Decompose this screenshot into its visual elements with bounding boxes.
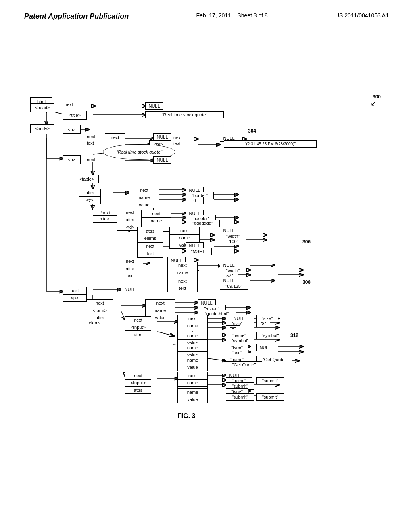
node-td2-group: next attrs text <box>117 258 143 279</box>
node-symbol-val: "symbol" <box>226 337 254 344</box>
node-tr-attrs-vals: next name value <box>129 187 159 208</box>
label-br-next: next <box>173 135 182 140</box>
diagram-area: 300 ↙ 304 302 306 308 312 html <head> <b… <box>0 25 413 509</box>
node-time-val: "(2:31:45.25 PM 6/28/2000)" <box>224 140 317 148</box>
label-p1-text: text <box>87 141 94 145</box>
label-p1-next: next <box>87 134 95 139</box>
node-submit-name-val: "submit" <box>256 377 284 384</box>
patent-number: US 2011/0041053 A1 <box>335 12 389 19</box>
node-attrs-elems: attrs elems <box>137 227 163 242</box>
node-input1-group: next <input> attrs <box>125 316 151 338</box>
ref-312: 312 <box>290 332 298 338</box>
node-name-sym-val: "symbol" <box>256 332 284 339</box>
node-p2: <p> <box>63 155 81 164</box>
node-real-time-val: "Real time stock quote" <box>145 111 224 118</box>
label-p2-next: next <box>87 157 95 162</box>
node-p3-group: next <p> <box>63 287 87 302</box>
node-submit-val-end: "submit" <box>256 393 284 401</box>
date-sheet: Feb. 17, 2011 Sheet 3 of 8 <box>196 12 267 19</box>
label-head-next: next <box>65 102 73 107</box>
node-text-val-type: "text" <box>226 349 248 356</box>
tr-attrs-label: attrs <box>79 189 100 197</box>
node-tr-group: attrs <tr> <box>79 189 101 204</box>
svg-line-63 <box>121 311 125 320</box>
label-form-elems: elems <box>89 320 100 325</box>
node-td-group: next <td> <box>93 208 117 223</box>
node-body: <body> <box>30 124 54 133</box>
tr-node-label: <tr> <box>79 197 100 204</box>
node-width-100-val: "100" <box>220 238 246 245</box>
node-p1-next-inner: next <box>105 133 125 141</box>
node-p1: <p> <box>63 125 81 134</box>
node-head: <head> <box>30 103 54 112</box>
node-input2-group: next <input> attrs <box>125 372 151 394</box>
node-type-submit-val: "submit" <box>226 393 254 401</box>
node-null-p1-top: NULL <box>153 133 171 141</box>
node-title: <title> <box>63 111 87 120</box>
node-border-val: "0" <box>186 197 204 204</box>
node-td2-text-group: next text <box>167 277 198 292</box>
publication-label: Patent Application Publication <box>24 12 129 21</box>
node-null-head: NULL <box>145 102 163 110</box>
node-null-p2: NULL <box>153 156 171 164</box>
node-null-p3: NULL <box>121 286 139 293</box>
figure-label: FIG. 3 <box>177 412 195 420</box>
node-msft-val: "MSFT" <box>186 248 212 255</box>
ref-306: 306 <box>302 239 311 245</box>
node-table: <table> <box>75 175 99 183</box>
node-elems-text: next text <box>137 242 163 258</box>
node-input2-attrs2: name value <box>177 388 208 403</box>
node-input1-attrs4: name value <box>177 356 208 371</box>
node-89-val: "89.125" <box>220 283 248 290</box>
node-bgcolor-val: "#dddddd" <box>186 220 220 227</box>
node-value-getquote: "Get Quote" <box>226 361 262 368</box>
page-header: Patent Application Publication Feb. 17, … <box>0 0 413 25</box>
diagram-lines <box>0 25 413 509</box>
label-br-text: text <box>173 141 181 146</box>
label-td-next: next <box>102 210 110 215</box>
ref-308: 308 <box>302 279 311 285</box>
ref-300-arrow: ↙ <box>371 99 377 108</box>
node-null-type: NULL <box>256 344 274 351</box>
node-size-8-val: "8" <box>256 320 270 327</box>
ref-304: 304 <box>248 128 256 134</box>
svg-line-71 <box>157 332 173 336</box>
node-form-group: next <form> attrs <box>87 299 113 321</box>
